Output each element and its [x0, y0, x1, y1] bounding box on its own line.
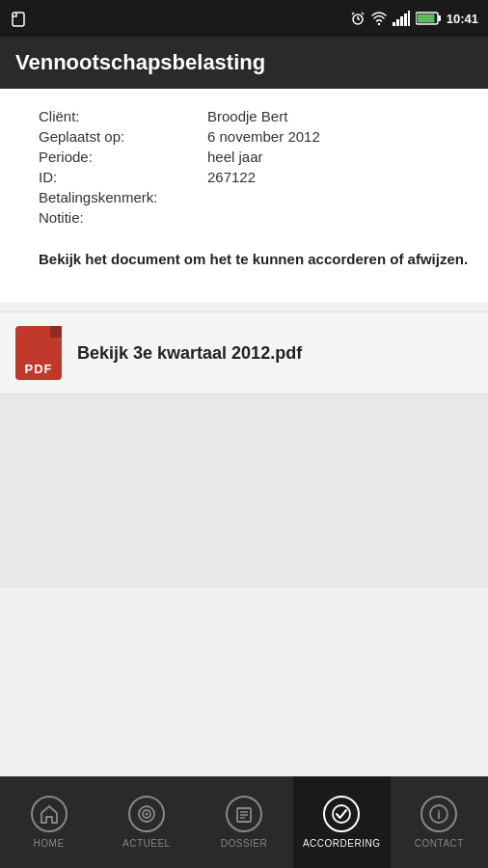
pdf-filename: Bekijk 3e kwartaal 2012.pdf — [77, 343, 302, 364]
status-time: 10:41 — [447, 12, 478, 26]
page-title: Vennootschapsbelasting — [15, 50, 473, 75]
nav-item-accordering[interactable]: ACCORDERING — [293, 776, 391, 868]
nav-label-actueel: ACTUEEL — [122, 838, 171, 849]
info-row: Betalingskenmerk: — [39, 189, 473, 205]
info-section: Cliënt:Broodje BertGeplaatst op:6 novemb… — [0, 89, 488, 302]
info-row: Geplaatst op:6 november 2012 — [39, 128, 473, 145]
nav-label-dossier: DOSSIER — [221, 838, 268, 849]
info-row: Notitie: — [39, 209, 473, 226]
info-row: Periode:heel jaar — [39, 149, 473, 165]
notice-box: Bekijk het document om het te kunnen acc… — [39, 245, 473, 273]
empty-area — [0, 394, 488, 587]
info-table: Cliënt:Broodje BertGeplaatst op:6 novemb… — [39, 108, 473, 226]
notice-text: Bekijk het document om het te kunnen acc… — [39, 249, 473, 269]
svg-rect-0 — [13, 13, 24, 26]
nav-label-contact: CONTACT — [415, 838, 464, 849]
status-bar: 10:41 — [0, 0, 488, 37]
bottom-nav: HOMEACTUEELDOSSIERACCORDERINGiCONTACT — [0, 776, 488, 868]
info-row: ID:267122 — [39, 169, 473, 185]
pdf-link[interactable]: PDF Bekijk 3e kwartaal 2012.pdf — [0, 312, 488, 394]
nav-label-home: HOME — [34, 838, 65, 849]
nav-item-actueel[interactable]: ACTUEEL — [97, 776, 195, 868]
svg-rect-10 — [404, 14, 407, 26]
svg-rect-11 — [408, 11, 410, 26]
info-label: Cliënt: — [39, 108, 207, 124]
status-right: 10:41 — [350, 11, 478, 26]
alarm-icon — [350, 11, 366, 26]
info-label: Betalingskenmerk: — [39, 189, 207, 205]
svg-point-22 — [333, 805, 350, 823]
app-header: Vennootschapsbelasting — [0, 37, 488, 89]
svg-line-5 — [362, 13, 364, 14]
nav-item-home[interactable]: HOME — [0, 776, 97, 868]
svg-line-4 — [352, 13, 354, 14]
nav-item-dossier[interactable]: DOSSIER — [195, 776, 292, 868]
status-left — [10, 10, 27, 27]
contact-icon: i — [420, 796, 457, 832]
info-label: Geplaatst op: — [39, 128, 207, 145]
pdf-fold — [50, 326, 62, 338]
svg-rect-14 — [438, 15, 441, 21]
svg-rect-7 — [393, 22, 395, 26]
signal-icon — [393, 11, 410, 26]
svg-point-17 — [145, 813, 148, 816]
info-label: ID: — [39, 169, 207, 185]
svg-point-6 — [378, 23, 380, 25]
nav-label-accordering: ACCORDERING — [303, 838, 381, 849]
svg-text:i: i — [438, 807, 442, 822]
svg-rect-9 — [400, 16, 403, 26]
accordering-icon — [323, 796, 360, 832]
info-value: 267122 — [207, 169, 256, 185]
pdf-icon: PDF — [15, 326, 62, 380]
info-row: Cliënt:Broodje Bert — [39, 108, 473, 124]
home-icon — [31, 796, 68, 832]
svg-rect-8 — [396, 19, 399, 26]
sim-icon — [10, 10, 27, 27]
info-label: Notitie: — [39, 209, 207, 226]
pdf-label: PDF — [25, 362, 53, 376]
info-value: Broodje Bert — [207, 108, 287, 124]
nav-item-contact[interactable]: iCONTACT — [391, 776, 488, 868]
actueel-icon — [128, 796, 165, 832]
battery-icon — [416, 12, 441, 25]
info-value: heel jaar — [207, 149, 263, 165]
dossier-icon — [226, 796, 262, 832]
info-value: 6 november 2012 — [207, 128, 320, 145]
wifi-icon — [371, 11, 387, 26]
info-label: Periode: — [39, 149, 207, 165]
svg-rect-13 — [417, 14, 434, 23]
